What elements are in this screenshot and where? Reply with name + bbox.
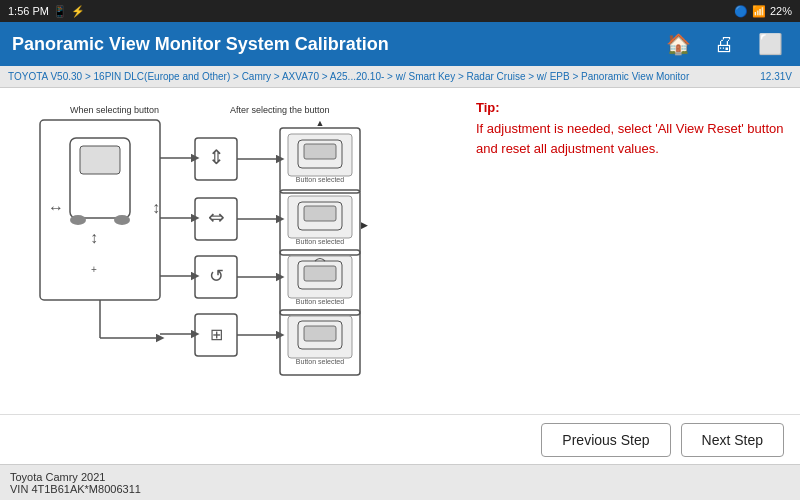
svg-rect-19 <box>304 144 336 159</box>
svg-text:↔: ↔ <box>48 199 64 216</box>
vehicle-make-model: Toyota Camry 2021 <box>10 471 790 483</box>
svg-text:+: + <box>91 264 97 275</box>
next-step-button[interactable]: Next Step <box>681 423 784 457</box>
tablet-icon: 📱 <box>53 5 67 18</box>
bluetooth-icon: 🔵 <box>734 5 748 18</box>
vehicle-vin: VIN 4T1B61AK*M8006311 <box>10 483 790 495</box>
previous-step-button[interactable]: Previous Step <box>541 423 670 457</box>
wifi-icon: 📶 <box>752 5 766 18</box>
tip-area: Tip: If adjustment is needed, select 'Al… <box>460 88 800 414</box>
main-content: When selecting button After selecting th… <box>0 88 800 414</box>
breadcrumb-text: TOYOTA V50.30 > 16PIN DLC(Europe and Oth… <box>8 71 689 82</box>
tip-label: Tip: <box>476 100 784 115</box>
svg-text:▶: ▶ <box>361 220 368 230</box>
svg-text:Button selected: Button selected <box>296 298 344 305</box>
time-display: 1:56 PM <box>8 5 49 17</box>
svg-text:⇕: ⇕ <box>208 146 225 168</box>
tip-text: If adjustment is needed, select 'All Vie… <box>476 119 784 158</box>
battery-reading: 12.31V <box>760 71 792 82</box>
diagram-area: When selecting button After selecting th… <box>0 88 460 414</box>
svg-text:⇔: ⇔ <box>208 206 225 228</box>
info-bar: Toyota Camry 2021 VIN 4T1B61AK*M8006311 <box>0 464 800 500</box>
svg-point-6 <box>114 215 130 225</box>
battery-display: 22% <box>770 5 792 17</box>
svg-rect-29 <box>304 206 336 221</box>
svg-text:⊞: ⊞ <box>210 326 223 343</box>
svg-point-5 <box>70 215 86 225</box>
calibration-diagram: When selecting button After selecting th… <box>20 98 440 388</box>
svg-rect-38 <box>304 266 336 281</box>
svg-text:Button selected: Button selected <box>296 238 344 245</box>
signal-icon: ⚡ <box>71 5 85 18</box>
status-left: 1:56 PM 📱 ⚡ <box>8 5 85 18</box>
svg-text:Button selected: Button selected <box>296 358 344 365</box>
svg-text:After selecting the button: After selecting the button <box>230 105 330 115</box>
svg-text:↕: ↕ <box>152 199 160 216</box>
breadcrumb: TOYOTA V50.30 > 16PIN DLC(Europe and Oth… <box>0 66 800 88</box>
svg-text:When selecting button: When selecting button <box>70 105 159 115</box>
svg-text:Button selected: Button selected <box>296 176 344 183</box>
home-button[interactable]: 🏠 <box>660 26 696 62</box>
status-bar: 1:56 PM 📱 ⚡ 🔵 📶 22% <box>0 0 800 22</box>
bottom-buttons: Previous Step Next Step <box>0 414 800 464</box>
svg-rect-4 <box>80 146 120 174</box>
status-right: 🔵 📶 22% <box>734 5 792 18</box>
print-button[interactable]: 🖨 <box>706 26 742 62</box>
svg-text:▲: ▲ <box>316 118 325 128</box>
svg-rect-47 <box>304 326 336 341</box>
page-title: Panoramic View Monitor System Calibratio… <box>12 34 389 55</box>
header-icons: 🏠 🖨 ⬜ <box>660 26 788 62</box>
header: Panoramic View Monitor System Calibratio… <box>0 22 800 66</box>
svg-text:↕: ↕ <box>90 229 98 246</box>
export-button[interactable]: ⬜ <box>752 26 788 62</box>
svg-text:↺: ↺ <box>209 266 224 286</box>
